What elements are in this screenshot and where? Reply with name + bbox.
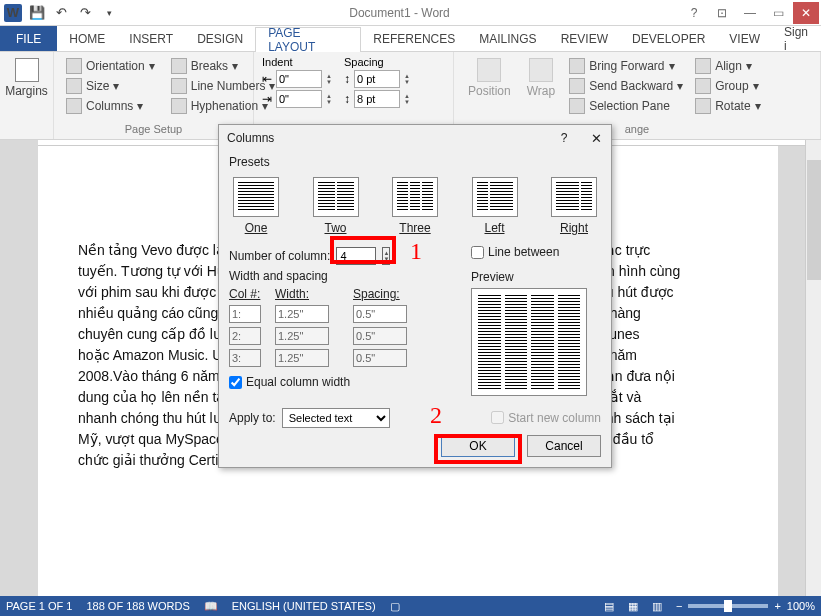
status-language[interactable]: ENGLISH (UNITED STATES) xyxy=(232,600,376,612)
vertical-scrollbar[interactable] xyxy=(805,140,821,596)
line-between-checkbox[interactable] xyxy=(471,246,484,259)
num-columns-input[interactable] xyxy=(336,247,376,265)
bring-forward-button[interactable]: Bring Forward ▾ xyxy=(565,56,687,76)
tab-mailings[interactable]: MAILINGS xyxy=(467,26,548,51)
dialog-close-icon[interactable]: ✕ xyxy=(589,131,603,146)
apply-to-select[interactable]: Selected text xyxy=(282,408,390,428)
orientation-button[interactable]: Orientation ▾ xyxy=(62,56,159,76)
align-button[interactable]: Align ▾ xyxy=(691,56,764,76)
status-words[interactable]: 188 OF 188 WORDS xyxy=(86,600,189,612)
zoom-out-icon[interactable]: − xyxy=(676,600,682,612)
word-app-icon: W xyxy=(4,4,22,22)
col2-num xyxy=(229,327,261,345)
ribbon-tabs: FILE HOME INSERT DESIGN PAGE LAYOUT REFE… xyxy=(0,26,821,52)
dialog-help-icon[interactable]: ? xyxy=(557,131,571,145)
col1-width[interactable] xyxy=(275,305,329,323)
view-web-icon[interactable]: ▥ xyxy=(652,600,662,613)
tab-design[interactable]: DESIGN xyxy=(185,26,255,51)
zoom-slider[interactable] xyxy=(688,604,768,608)
columns-label: Columns xyxy=(86,99,133,113)
indent-right-input[interactable] xyxy=(276,90,322,108)
preset-right[interactable]: Right xyxy=(547,177,601,235)
preset-three[interactable]: Three xyxy=(388,177,442,235)
tab-page-layout[interactable]: PAGE LAYOUT xyxy=(255,27,361,52)
presets-label: Presets xyxy=(229,155,601,169)
tab-view[interactable]: VIEW xyxy=(717,26,772,51)
signin-link[interactable]: Sign i xyxy=(772,26,821,51)
tab-home[interactable]: HOME xyxy=(57,26,117,51)
col2-width xyxy=(275,327,329,345)
num-columns-spinner[interactable]: ▲▼ xyxy=(382,247,390,265)
restore-button[interactable]: ▭ xyxy=(765,2,791,24)
zoom-value[interactable]: 100% xyxy=(787,600,815,612)
spin-icon[interactable]: ▲▼ xyxy=(326,73,332,85)
preset-left-label: Left xyxy=(468,221,522,235)
columns-button[interactable]: Columns ▾ xyxy=(62,96,159,116)
preset-one[interactable]: One xyxy=(229,177,283,235)
ribbon-options-icon[interactable]: ⊡ xyxy=(709,2,735,24)
cancel-button[interactable]: Cancel xyxy=(527,435,601,457)
col1-num[interactable] xyxy=(229,305,261,323)
spin-icon[interactable]: ▲▼ xyxy=(404,73,410,85)
group-button[interactable]: Group ▾ xyxy=(691,76,764,96)
position-label: Position xyxy=(468,84,511,98)
spacing-label: Spacing xyxy=(344,56,410,68)
indent-left-icon: ⇤ xyxy=(262,72,272,86)
qat-redo-icon[interactable]: ↷ xyxy=(76,4,94,22)
close-button[interactable]: ✕ xyxy=(793,2,819,24)
position-button[interactable]: Position xyxy=(462,56,517,116)
col3-num xyxy=(229,349,261,367)
spacing-header: Spacing: xyxy=(353,287,427,301)
equal-width-label: Equal column width xyxy=(246,375,350,389)
spacing-before-icon: ↕ xyxy=(344,72,350,86)
start-new-column-label: Start new column xyxy=(508,411,601,425)
preset-two[interactable]: Two xyxy=(309,177,363,235)
size-label: Size xyxy=(86,79,109,93)
tab-file[interactable]: FILE xyxy=(0,26,57,51)
preset-three-label: Three xyxy=(388,221,442,235)
annotation-label-2: 2 xyxy=(430,402,442,429)
dialog-title: Columns xyxy=(227,131,557,145)
hyphenation-label: Hyphenation xyxy=(191,99,258,113)
spin-icon[interactable]: ▲▼ xyxy=(326,93,332,105)
scrollbar-thumb[interactable] xyxy=(807,160,821,280)
ok-button[interactable]: OK xyxy=(441,435,515,457)
status-bar: PAGE 1 OF 1 188 OF 188 WORDS 📖 ENGLISH (… xyxy=(0,596,821,616)
spacing-after-input[interactable] xyxy=(354,90,400,108)
status-proofing-icon[interactable]: 📖 xyxy=(204,600,218,613)
window-title: Document1 - Word xyxy=(118,6,681,20)
orientation-label: Orientation xyxy=(86,59,145,73)
qat-undo-icon[interactable]: ↶ xyxy=(52,4,70,22)
minimize-button[interactable]: — xyxy=(737,2,763,24)
margins-button[interactable]: Margins xyxy=(8,56,45,100)
selection-pane-button[interactable]: Selection Pane xyxy=(565,96,687,116)
rotate-button[interactable]: Rotate ▾ xyxy=(691,96,764,116)
help-icon[interactable]: ? xyxy=(681,2,707,24)
annotation-label-1: 1 xyxy=(410,238,422,265)
qat-customize-icon[interactable]: ▾ xyxy=(100,4,118,22)
tab-developer[interactable]: DEVELOPER xyxy=(620,26,717,51)
spacing-before-input[interactable] xyxy=(354,70,400,88)
zoom-control[interactable]: − + 100% xyxy=(676,600,815,612)
view-read-icon[interactable]: ▤ xyxy=(604,600,614,613)
preset-left[interactable]: Left xyxy=(468,177,522,235)
spin-icon[interactable]: ▲▼ xyxy=(404,93,410,105)
wrap-text-button[interactable]: Wrap xyxy=(521,56,561,116)
indent-left-input[interactable] xyxy=(276,70,322,88)
status-macro-icon[interactable]: ▢ xyxy=(390,600,400,613)
col3-spacing xyxy=(353,349,407,367)
zoom-in-icon[interactable]: + xyxy=(774,600,780,612)
status-page[interactable]: PAGE 1 OF 1 xyxy=(6,600,72,612)
view-print-icon[interactable]: ▦ xyxy=(628,600,638,613)
qat-save-icon[interactable]: 💾 xyxy=(28,4,46,22)
equal-width-checkbox[interactable] xyxy=(229,376,242,389)
tab-references[interactable]: REFERENCES xyxy=(361,26,467,51)
preset-right-label: Right xyxy=(547,221,601,235)
dialog-titlebar[interactable]: Columns ? ✕ xyxy=(219,125,611,151)
col1-spacing[interactable] xyxy=(353,305,407,323)
tab-insert[interactable]: INSERT xyxy=(117,26,185,51)
send-backward-button[interactable]: Send Backward ▾ xyxy=(565,76,687,96)
tab-review[interactable]: REVIEW xyxy=(549,26,620,51)
size-button[interactable]: Size ▾ xyxy=(62,76,159,96)
group-label: Group xyxy=(715,79,748,93)
